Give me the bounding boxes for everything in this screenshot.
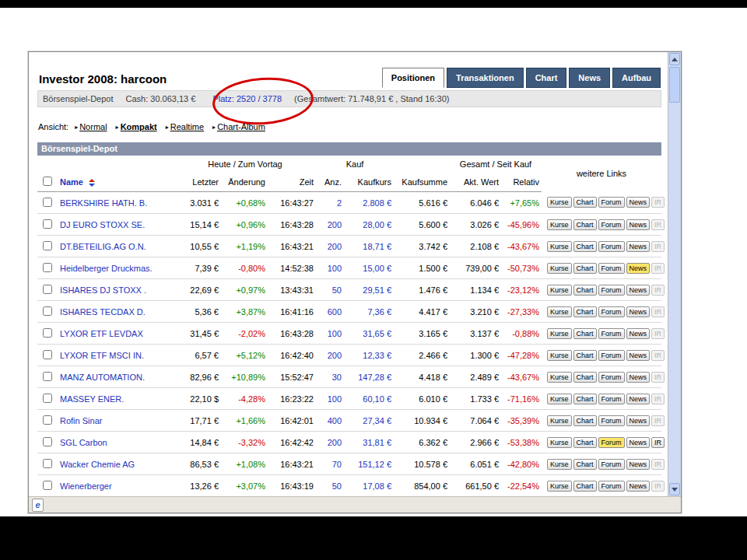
column-header-akt-wert[interactable]: Akt. Wert xyxy=(450,173,501,192)
link-button-kurse[interactable]: Kurse xyxy=(547,328,572,339)
tab-transaktionen[interactable]: Transaktionen xyxy=(447,68,524,88)
column-header-zeit[interactable]: Zeit xyxy=(268,173,316,192)
link-button-forum[interactable]: Forum xyxy=(598,415,625,426)
link-button-forum[interactable]: Forum xyxy=(598,263,625,274)
link-button-kurse[interactable]: Kurse xyxy=(547,306,572,317)
cell-name[interactable]: ISHARES DJ STOXX . xyxy=(58,279,174,301)
link-button-chart[interactable]: Chart xyxy=(573,328,597,339)
link-button-chart[interactable]: Chart xyxy=(573,306,597,317)
link-button-kurse[interactable]: Kurse xyxy=(547,459,572,470)
cell-name[interactable]: LYXOR ETF MSCI IN. xyxy=(58,345,174,366)
row-checkbox[interactable] xyxy=(43,372,52,381)
column-header-anz[interactable]: Anz. xyxy=(316,173,344,192)
link-button-kurse[interactable]: Kurse xyxy=(547,415,572,426)
link-button-forum[interactable]: Forum xyxy=(598,394,625,404)
link-button-forum[interactable]: Forum xyxy=(598,285,625,296)
column-header-letzter[interactable]: Letzter xyxy=(174,173,221,192)
row-checkbox[interactable] xyxy=(43,481,52,490)
row-checkbox[interactable] xyxy=(43,285,52,294)
cell-name[interactable]: Wienerberger xyxy=(58,475,174,497)
cell-name[interactable]: LYXOR ETF LEVDAX xyxy=(58,323,174,345)
row-checkbox[interactable] xyxy=(43,437,52,446)
tab-news[interactable]: News xyxy=(569,68,610,88)
tab-chart[interactable]: Chart xyxy=(526,68,567,88)
column-header-relativ[interactable]: Relativ xyxy=(501,173,542,192)
link-button-ir[interactable]: IR xyxy=(651,394,665,404)
link-button-kurse[interactable]: Kurse xyxy=(547,437,572,448)
link-button-ir[interactable]: IR xyxy=(651,197,665,208)
view-link-chart-album[interactable]: ▸Chart-Album xyxy=(212,122,265,131)
row-checkbox[interactable] xyxy=(43,328,52,338)
link-button-ir[interactable]: IR xyxy=(651,219,665,230)
cell-name[interactable]: Heidelberger Druckmas. xyxy=(58,257,174,279)
row-checkbox[interactable] xyxy=(43,219,52,229)
link-button-forum[interactable]: Forum xyxy=(598,372,625,383)
link-button-ir[interactable]: IR xyxy=(651,306,665,317)
link-button-chart[interactable]: Chart xyxy=(573,459,597,470)
cell-name[interactable]: ISHARES TECDAX D. xyxy=(58,301,174,323)
link-button-ir[interactable]: IR xyxy=(651,350,665,361)
link-button-chart[interactable]: Chart xyxy=(573,372,597,383)
link-button-chart[interactable]: Chart xyxy=(573,241,597,252)
cell-name[interactable]: Wacker Chemie AG xyxy=(58,453,174,475)
cell-name[interactable]: DT.BETEILIG.AG O.N. xyxy=(58,236,174,257)
link-button-ir[interactable]: IR xyxy=(651,285,665,296)
scroll-up-button[interactable] xyxy=(669,53,680,65)
link-button-chart[interactable]: Chart xyxy=(573,285,597,296)
cell-name[interactable]: DJ EURO STOXX SE. xyxy=(58,214,174,236)
sort-icon[interactable] xyxy=(89,179,95,187)
cell-name[interactable]: MASSEY ENER. xyxy=(58,388,174,410)
link-button-chart[interactable]: Chart xyxy=(573,197,597,208)
link-button-ir[interactable]: IR xyxy=(651,328,665,339)
link-button-chart[interactable]: Chart xyxy=(573,394,597,404)
link-button-news[interactable]: News xyxy=(626,415,651,426)
link-button-chart[interactable]: Chart xyxy=(573,415,597,426)
link-button-ir[interactable]: IR xyxy=(651,415,665,426)
link-button-news[interactable]: News xyxy=(626,459,651,470)
link-button-ir[interactable]: IR xyxy=(651,241,665,252)
tab-positionen[interactable]: Positionen xyxy=(382,68,444,88)
link-button-news[interactable]: News xyxy=(626,394,651,404)
link-button-news[interactable]: News xyxy=(626,350,651,361)
view-link-kompakt[interactable]: ▸Kompakt xyxy=(116,122,157,131)
row-checkbox[interactable] xyxy=(43,306,52,316)
column-header-kaufkurs[interactable]: Kaufkurs xyxy=(344,173,394,192)
link-button-forum[interactable]: Forum xyxy=(598,437,625,448)
link-button-news[interactable]: News xyxy=(626,306,651,317)
link-button-kurse[interactable]: Kurse xyxy=(547,285,572,296)
scroll-thumb[interactable] xyxy=(669,67,680,103)
link-button-news[interactable]: News xyxy=(626,263,651,274)
link-button-forum[interactable]: Forum xyxy=(598,350,625,361)
link-button-forum[interactable]: Forum xyxy=(598,328,625,339)
vertical-scrollbar[interactable] xyxy=(668,52,681,496)
link-button-ir[interactable]: IR xyxy=(651,459,665,470)
view-link-normal[interactable]: ▸Normal xyxy=(75,122,107,131)
view-link-realtime[interactable]: ▸Realtime xyxy=(166,122,204,131)
column-header-name[interactable]: Name xyxy=(58,173,174,192)
link-button-news[interactable]: News xyxy=(626,219,651,230)
link-button-news[interactable]: News xyxy=(626,372,651,383)
scroll-down-button[interactable] xyxy=(669,483,680,495)
link-button-news[interactable]: News xyxy=(626,241,651,252)
link-button-kurse[interactable]: Kurse xyxy=(547,263,572,274)
link-button-news[interactable]: News xyxy=(626,197,651,208)
link-button-chart[interactable]: Chart xyxy=(573,350,597,361)
row-checkbox[interactable] xyxy=(43,459,52,468)
cell-name[interactable]: SGL Carbon xyxy=(58,432,174,453)
link-button-news[interactable]: News xyxy=(626,285,651,296)
link-button-ir[interactable]: IR xyxy=(651,481,665,492)
link-button-kurse[interactable]: Kurse xyxy=(547,197,572,208)
link-button-forum[interactable]: Forum xyxy=(598,241,625,252)
link-button-forum[interactable]: Forum xyxy=(598,219,625,230)
link-button-news[interactable]: News xyxy=(626,481,651,492)
link-button-kurse[interactable]: Kurse xyxy=(547,350,572,361)
link-button-forum[interactable]: Forum xyxy=(598,197,625,208)
cell-name[interactable]: MANZ AUTOMATION. xyxy=(58,366,174,388)
row-checkbox[interactable] xyxy=(43,394,52,403)
column-header-aenderung[interactable]: Änderung xyxy=(221,173,268,192)
link-button-news[interactable]: News xyxy=(626,437,651,448)
link-button-forum[interactable]: Forum xyxy=(598,306,625,317)
row-checkbox[interactable] xyxy=(43,415,52,425)
link-button-chart[interactable]: Chart xyxy=(573,263,597,274)
link-button-chart[interactable]: Chart xyxy=(573,437,597,448)
